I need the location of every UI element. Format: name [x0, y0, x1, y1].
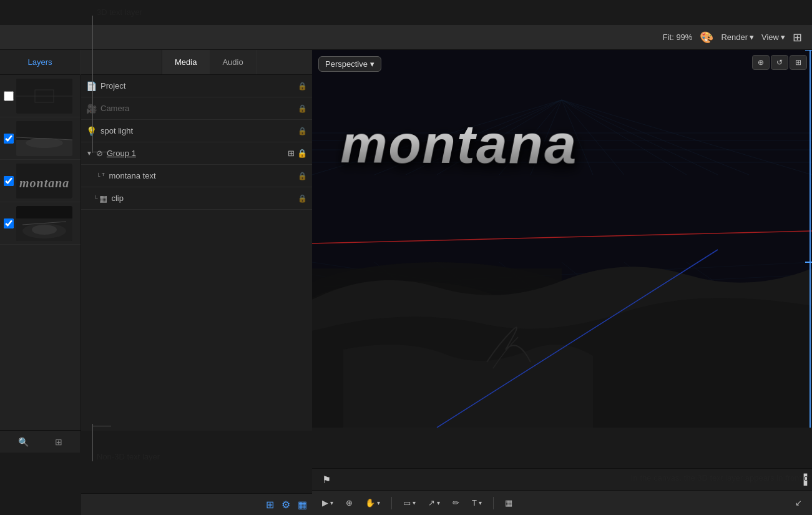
perspective-dropdown[interactable]: Perspective ▾ — [318, 56, 381, 72]
fit-label: Fit: 99% — [663, 32, 693, 42]
layers-bottom-toolbar: 🔍 ⊞ — [0, 430, 81, 453]
pan-icon: ✋ — [365, 498, 375, 508]
canvas-icon-btn-3[interactable]: ⊞ — [790, 55, 807, 70]
canvas-bottom-toolbar: ▶ ▾ ⊕ ✋ ▾ ▭ ▾ ↗ ▾ ✏ T ▾ ▦ ↙ — [312, 490, 812, 515]
list-item[interactable]: montana — [0, 160, 81, 202]
bezier-icon: ↗ — [428, 498, 435, 508]
text-icon: T — [472, 498, 477, 508]
layer-checkbox-2[interactable] — [4, 134, 14, 144]
svg-text:montana: montana — [19, 176, 69, 190]
add-object-btn[interactable]: ▦ — [298, 499, 307, 511]
canvas-icon-btn-1[interactable]: ⊕ — [752, 55, 770, 70]
select-icon: ▶ — [322, 498, 328, 508]
layer-thumbnail-4 — [16, 206, 72, 241]
grid-icon: ▦ — [505, 498, 512, 508]
group-icon: ⊘ — [96, 149, 103, 158]
shape-chevron: ▾ — [413, 499, 416, 506]
canvas-top-icons: ⊕ ↺ ⊞ — [752, 55, 807, 70]
thumbnail-svg-4 — [16, 206, 72, 241]
bezier-tool-btn[interactable]: ↗ ▾ — [424, 496, 444, 509]
clip-icon: ▦ — [99, 194, 107, 204]
add-filter-btn[interactable]: ⚙ — [281, 499, 290, 511]
connect-line-icon: └ — [96, 173, 100, 179]
thumbnail-svg-3: montana — [16, 164, 72, 199]
list-item[interactable] — [0, 75, 81, 117]
list-item[interactable] — [0, 117, 81, 160]
list-item[interactable] — [0, 202, 81, 245]
annotation-3d-text-layer: 3D text layer — [97, 7, 142, 17]
lock-icon: 🔒 — [297, 149, 307, 158]
light-icon: 💡 — [86, 126, 97, 136]
menu-bar: Fit: 99% 🎨 Render ▾ View ▾ ⊞ — [0, 25, 812, 50]
layer-list-tabs: Media Audio — [81, 50, 312, 75]
render-dropdown[interactable]: Render ▾ — [721, 32, 754, 42]
list-item[interactable]: └ ᵀ montana text 🔒 — [81, 165, 312, 187]
shape-tool-btn[interactable]: ▭ ▾ — [399, 496, 419, 509]
annotation-line-bottom — [92, 424, 93, 461]
grid-tool-btn[interactable]: ▦ — [501, 496, 516, 509]
layer-checkbox-3[interactable] — [4, 176, 14, 186]
chevron-down-icon: ▾ — [370, 59, 374, 69]
list-item[interactable]: 🎥 Camera 🔒 — [81, 97, 312, 120]
layers-tab[interactable]: Layers — [0, 50, 81, 75]
text-tool-btn[interactable]: T ▾ — [468, 496, 486, 509]
paint-tool-btn[interactable]: ✏ — [449, 496, 463, 509]
annotation-line-top-h — [92, 152, 111, 152]
separator-2 — [493, 497, 494, 509]
layer-checkbox-1[interactable] — [4, 91, 14, 101]
camera-icon: 🎥 — [86, 104, 97, 114]
tab-layers-empty[interactable] — [81, 50, 162, 74]
select-tool-btn[interactable]: ▶ ▾ — [318, 496, 337, 509]
fullscreen-icon: ↙ — [795, 498, 802, 508]
lock-icon: 🔒 — [298, 82, 307, 91]
layout-icon[interactable]: ⊞ — [55, 437, 62, 447]
lock-icon: 🔒 — [298, 194, 307, 203]
list-item[interactable]: 📄 Project 🔒 — [81, 75, 312, 97]
add-behavior-btn[interactable]: ⊞ — [266, 499, 274, 511]
canvas-area: montana Perspective ▾ ⊕ ↺ ⊞ — [312, 50, 812, 428]
annotation-non3d-text-layer: Non-3D text layer — [97, 452, 160, 461]
layer-thumbnail-2 — [16, 121, 72, 156]
group-icon-extra: ⊞ — [288, 149, 295, 158]
shape-icon: ▭ — [403, 498, 411, 508]
svg-point-12 — [32, 225, 57, 235]
transform-icon: ⊕ — [346, 498, 353, 508]
tab-media[interactable]: Media — [162, 50, 210, 74]
group-expand-icon[interactable]: ▼ — [86, 150, 92, 157]
bezier-chevron: ▾ — [437, 499, 440, 506]
text-chevron: ▾ — [479, 499, 482, 506]
lock-icon: 🔒 — [298, 104, 307, 113]
pan-tool-btn[interactable]: ✋ ▾ — [361, 496, 384, 509]
canvas-3d-text: montana — [340, 112, 578, 177]
select-chevron: ▾ — [330, 499, 333, 506]
canvas-icon-btn-2[interactable]: ↺ — [771, 55, 788, 70]
thumbnail-svg-2 — [16, 121, 72, 156]
annotation-line-top — [92, 16, 93, 153]
list-item[interactable]: 💡 spot light 🔒 — [81, 120, 312, 142]
layer-checkbox-4[interactable] — [4, 218, 14, 228]
annotation-canvas-description: In the canvas, the 3D text layer appears… — [631, 472, 806, 484]
scene-background — [312, 50, 812, 428]
view-dropdown[interactable]: View ▾ — [761, 32, 785, 42]
layer-thumbnail-3: montana — [16, 164, 72, 199]
window-controls[interactable]: ⊞ — [793, 31, 802, 44]
thumbnail-svg-1 — [16, 79, 72, 114]
search-icon[interactable]: 🔍 — [18, 437, 29, 447]
3d-text-icon: ᵀ — [102, 172, 105, 180]
color-picker-btn[interactable]: 🎨 — [700, 31, 713, 44]
paint-icon: ✏ — [452, 498, 459, 508]
connect-line-icon: └ — [94, 195, 97, 202]
annotation-line-bottom-h — [92, 426, 111, 426]
list-item[interactable]: ▼ ⊘ Group 1 ⊞ 🔒 — [81, 142, 312, 165]
menu-bar-right: Fit: 99% 🎨 Render ▾ View ▾ ⊞ — [663, 31, 812, 44]
tab-audio[interactable]: Audio — [210, 50, 256, 74]
lock-icon: 🔒 — [298, 172, 307, 180]
layer-list-panel: Media Audio 📄 Project 🔒 🎥 Camera 🔒 💡 spo… — [81, 50, 312, 431]
pan-chevron: ▾ — [377, 499, 380, 506]
list-item[interactable]: └ ▦ clip 🔒 — [81, 187, 312, 210]
lock-icon: 🔒 — [298, 127, 307, 135]
layer-thumbnail-1 — [16, 79, 72, 114]
separator-1 — [391, 497, 392, 509]
fullscreen-btn[interactable]: ↙ — [791, 496, 806, 509]
transform-tool-btn[interactable]: ⊕ — [342, 496, 356, 509]
